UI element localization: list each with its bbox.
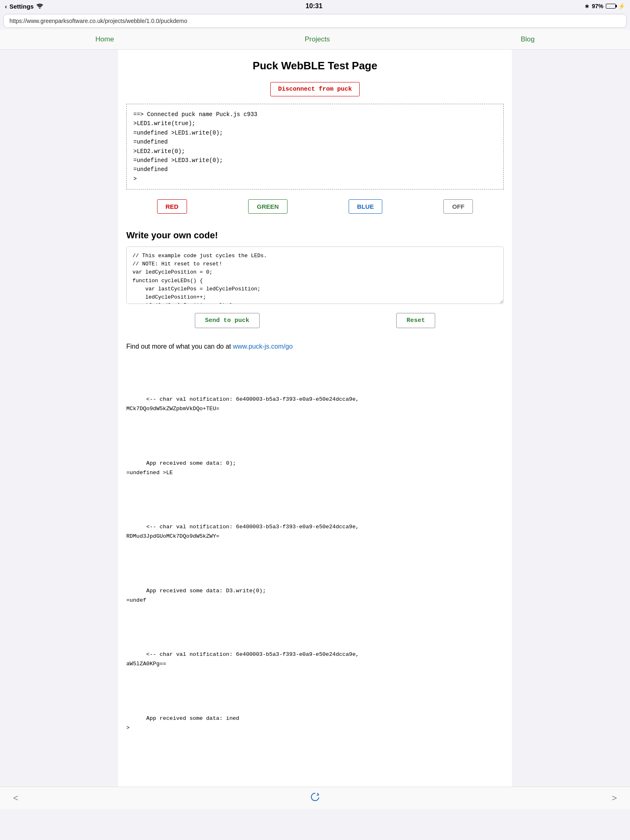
write-code-title: Write your own code! bbox=[126, 230, 504, 241]
url-text: https://www.greenparksoftware.co.uk/proj… bbox=[9, 18, 187, 24]
bluetooth-icon: ∗ bbox=[584, 3, 589, 9]
main-content: Puck WebBLE Test Page Disconnect from pu… bbox=[118, 50, 512, 787]
send-to-puck-button[interactable]: Send to puck bbox=[195, 313, 260, 328]
navigation: Home Projects Blog bbox=[0, 30, 630, 50]
disconnect-button[interactable]: Disconnect from puck bbox=[270, 82, 360, 96]
browser-back-button[interactable]: < bbox=[10, 791, 22, 805]
wifi-icon bbox=[36, 3, 43, 10]
led-blue-button[interactable]: BLUE bbox=[349, 199, 383, 214]
find-out-more-text: Find out more of what you can do at bbox=[126, 343, 233, 350]
code-editor[interactable] bbox=[126, 247, 504, 304]
status-bar-left: ‹ Settings bbox=[5, 3, 43, 10]
page-title: Puck WebBLE Test Page bbox=[126, 59, 504, 72]
status-bar: ‹ Settings 10:31 ∗ 97% ⚡ bbox=[0, 0, 630, 12]
charging-icon: ⚡ bbox=[618, 3, 625, 9]
code-action-buttons: Send to puck Reset bbox=[126, 313, 504, 328]
puck-js-link[interactable]: www.puck-js.com/go bbox=[233, 343, 293, 350]
back-arrow-icon: ‹ bbox=[5, 3, 7, 10]
find-out-more: Find out more of what you can do at www.… bbox=[126, 343, 504, 350]
svg-point-0 bbox=[39, 7, 41, 9]
log-entry-0: <-- char val notification: 6e400003-b5a3… bbox=[126, 386, 504, 423]
browser-refresh-button[interactable] bbox=[310, 792, 320, 805]
write-code-section: Write your own code! Send to puck Reset bbox=[126, 230, 504, 328]
led-green-button[interactable]: GREEN bbox=[248, 199, 287, 214]
log-entry-5: App received some data: ined > bbox=[126, 705, 504, 742]
nav-home[interactable]: Home bbox=[96, 35, 114, 43]
reset-button[interactable]: Reset bbox=[396, 313, 435, 328]
disconnect-button-wrap: Disconnect from puck bbox=[126, 82, 504, 96]
log-area: <-- char val notification: 6e400003-b5a3… bbox=[126, 367, 504, 769]
nav-blog[interactable]: Blog bbox=[520, 35, 534, 43]
log-entry-3: App received some data: D3.write(0); =un… bbox=[126, 577, 504, 615]
status-bar-right: ∗ 97% ⚡ bbox=[584, 3, 625, 9]
app-name-label: Settings bbox=[9, 3, 34, 10]
led-buttons-group: RED GREEN BLUE OFF bbox=[126, 199, 504, 214]
status-bar-time: 10:31 bbox=[306, 2, 322, 10]
nav-projects[interactable]: Projects bbox=[305, 35, 330, 43]
browser-forward-button[interactable]: > bbox=[608, 791, 620, 805]
led-red-button[interactable]: RED bbox=[157, 199, 187, 214]
url-bar[interactable]: https://www.greenparksoftware.co.uk/proj… bbox=[3, 14, 627, 28]
log-entry-1: App received some data: 0); =undefined >… bbox=[126, 450, 504, 487]
console-output: ==> Connected puck name Puck.js c933 >LE… bbox=[126, 104, 504, 189]
led-off-button[interactable]: OFF bbox=[443, 199, 473, 214]
log-entry-2: <-- char val notification: 6e400003-b5a3… bbox=[126, 513, 504, 551]
battery-icon bbox=[606, 4, 616, 9]
browser-bottom-bar: < > bbox=[0, 787, 630, 809]
log-entry-4: <-- char val notification: 6e400003-b5a3… bbox=[126, 641, 504, 679]
battery-percent: 97% bbox=[592, 3, 603, 9]
